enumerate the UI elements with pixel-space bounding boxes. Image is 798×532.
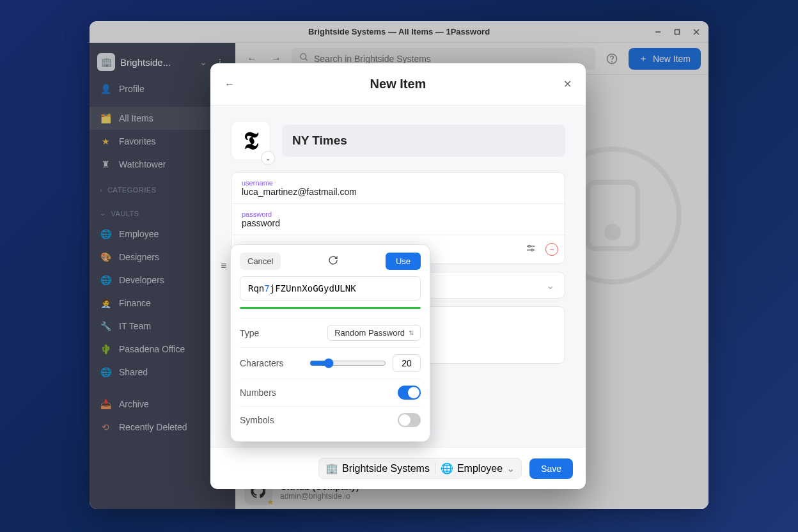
row-label: Characters: [240, 358, 283, 368]
vault-icon: 🌐: [441, 462, 453, 474]
pw-part: Rqn: [248, 283, 264, 293]
field-label: password: [242, 210, 554, 218]
pw-part: jFZUnnXoGGydULNK: [270, 283, 356, 293]
delete-field-button[interactable]: −: [545, 243, 558, 256]
generator-cancel-button[interactable]: Cancel: [240, 253, 281, 270]
characters-slider[interactable]: [309, 358, 386, 368]
modal-back-button[interactable]: ←: [224, 79, 235, 90]
settings-sliders-icon[interactable]: [525, 242, 536, 256]
generator-type-select[interactable]: Random Password ⇅: [327, 325, 421, 341]
generator-numbers-row: Numbers: [240, 379, 421, 406]
field-label: username: [242, 179, 554, 187]
field-value: luca_martinez@fastmail.com: [242, 187, 554, 197]
row-label: Numbers: [240, 387, 276, 398]
password-field[interactable]: password password: [231, 204, 565, 235]
modal-header: ← New Item ✕: [210, 63, 586, 106]
generator-type-row: Type Random Password ⇅: [240, 318, 421, 347]
divider: [435, 463, 435, 474]
nytimes-icon: 𝕿: [244, 127, 258, 155]
chevron-down-icon: ⌄: [506, 462, 515, 474]
generator-symbols-row: Symbols: [240, 406, 421, 434]
characters-count-input[interactable]: [393, 354, 421, 372]
pw-digit: 7: [264, 283, 269, 293]
generator-use-button[interactable]: Use: [386, 253, 421, 270]
select-arrows-icon: ⇅: [409, 329, 414, 336]
field-value: password: [242, 218, 554, 228]
org-name: Brightside Systems: [342, 463, 430, 474]
save-location-picker[interactable]: 🏢 Brightside Systems 🌐 Employee ⌄: [318, 458, 522, 479]
modal-close-button[interactable]: ✕: [563, 78, 572, 90]
chevron-down-icon: ⌄: [546, 279, 554, 292]
generated-password-display[interactable]: Rqn7jFZUnnXoGGydULNK: [240, 276, 421, 301]
vault-name: Employee: [457, 463, 503, 474]
select-value: Random Password: [334, 328, 405, 338]
row-label: Type: [240, 328, 259, 338]
reorder-handle-icon[interactable]: ≡: [221, 260, 226, 272]
row-label: Symbols: [240, 415, 274, 425]
generator-refresh-button[interactable]: [328, 255, 338, 268]
svg-point-12: [528, 246, 530, 247]
item-name-input[interactable]: [282, 125, 565, 157]
svg-point-14: [531, 249, 533, 251]
item-icon-picker[interactable]: 𝕿 ⌄: [231, 121, 270, 160]
org-icon: 🏢: [325, 462, 338, 474]
username-field[interactable]: username luca_martinez@fastmail.com: [231, 173, 565, 204]
generator-characters-row: Characters: [240, 347, 421, 379]
symbols-toggle[interactable]: [398, 413, 421, 427]
password-generator-popover: Cancel Use Rqn7jFZUnnXoGGydULNK Type Ran…: [230, 244, 430, 442]
icon-picker-chevron-icon[interactable]: ⌄: [261, 151, 275, 165]
modal-footer: 🏢 Brightside Systems 🌐 Employee ⌄ Save: [210, 447, 586, 489]
modal-title: New Item: [370, 77, 426, 91]
password-strength-bar: [240, 307, 421, 309]
save-button[interactable]: Save: [529, 458, 573, 479]
numbers-toggle[interactable]: [398, 386, 421, 400]
